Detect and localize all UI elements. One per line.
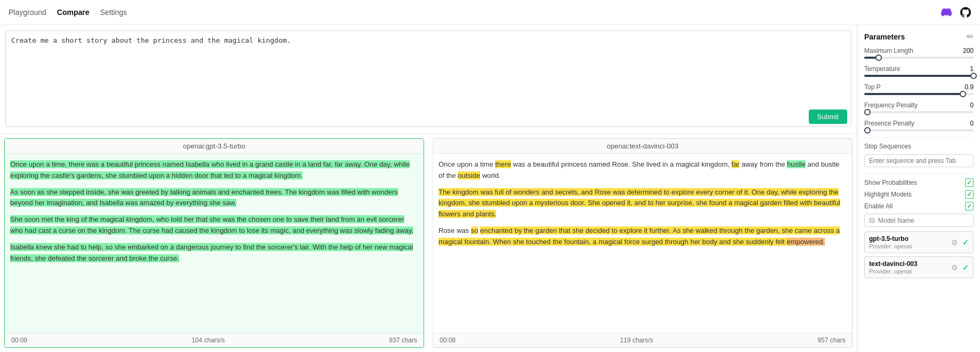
text-span: As soon as she stepped inside, she was g… [10, 188, 398, 207]
checkmark-icon: ✓ [967, 191, 972, 198]
panel-right-chars: 957 chars [817, 337, 846, 344]
top-p-slider[interactable] [864, 93, 974, 95]
max-length-thumb[interactable] [875, 54, 882, 61]
submit-button[interactable]: Submit [809, 109, 847, 124]
model-item-davinci: text-davinci-003 Provider: openai ⚙ ✓ [864, 256, 974, 278]
para-right-3: Rose was so enchanted by the garden that… [439, 225, 847, 248]
top-p-thumb[interactable] [960, 91, 966, 97]
text-span: Once upon a time, there was a beautiful … [10, 160, 410, 179]
compare-panel-left: openai:gpt-3.5-turbo Once upon a time, t… [4, 138, 424, 348]
para-left-1: Once upon a time, there was a beautiful … [10, 159, 418, 182]
toggle-show-prob-checkbox[interactable]: ✓ [965, 178, 974, 187]
model-name-gpt35: gpt-3.5-turbo [869, 235, 912, 243]
compare-panels: openai:gpt-3.5-turbo Once upon a time, t… [0, 134, 857, 352]
main-layout: Create me a short story about the prince… [0, 25, 980, 352]
discord-icon[interactable] [941, 6, 952, 18]
toggle-enable-all-checkbox[interactable]: ✓ [965, 202, 974, 210]
panel-right-time: 00:08 [440, 337, 456, 344]
param-max-length-label-row: Maximum Length 200 [864, 47, 974, 54]
filter-icon: ⊟ [869, 216, 875, 224]
param-freq-penalty: Frequency Penalty 0 [864, 101, 974, 113]
sidebar-header: Parameters ✏ [864, 32, 974, 42]
model-check-davinci[interactable]: ✓ [962, 263, 969, 272]
top-nav: Playground Compare Settings [0, 0, 980, 25]
stop-sequences-section: Stop Sequences [864, 143, 974, 167]
hl-span: enchanted by the garden that she decided… [439, 226, 840, 246]
text-span: She soon met the king of the magical kin… [10, 215, 413, 234]
param-max-length-label: Maximum Length [864, 47, 913, 54]
hl-span: outside [458, 171, 480, 179]
nav-compare[interactable]: Compare [57, 8, 90, 17]
param-max-length: Maximum Length 200 [864, 47, 974, 59]
panel-right-content: Once upon a time there was a beautiful p… [433, 154, 852, 333]
toggle-enable-all-label: Enable All [864, 202, 893, 210]
panel-left-footer: 00:09 104 chars/s 937 chars [5, 333, 424, 347]
presence-penalty-slider[interactable] [864, 129, 974, 131]
freq-penalty-slider[interactable] [864, 111, 974, 113]
stop-sequences-input[interactable] [864, 154, 974, 167]
hl-span: hustle [787, 160, 806, 168]
toggle-show-prob-label: Show Probabilities [864, 179, 917, 186]
hl-span: The kingdom was full of wonders and secr… [439, 188, 840, 218]
hl-span: far [731, 160, 739, 168]
presence-penalty-thumb[interactable] [864, 127, 871, 134]
param-temperature: Temperature 1 [864, 65, 974, 77]
param-temperature-value: 1 [970, 65, 974, 73]
toggle-enable-all: Enable All ✓ [864, 202, 974, 210]
model-info-davinci: text-davinci-003 Provider: openai [869, 260, 918, 275]
freq-penalty-thumb[interactable] [864, 109, 871, 115]
panel-right-cps: 119 chars/s [620, 337, 653, 344]
param-freq-penalty-label-row: Frequency Penalty 0 [864, 101, 974, 109]
param-presence-penalty-label-row: Presence Penalty 0 [864, 120, 974, 127]
para-left-3: She soon met the king of the magical kin… [10, 214, 418, 237]
model-provider-gpt35: Provider: openai [869, 243, 912, 249]
model-settings-icon-davinci[interactable]: ⚙ [951, 263, 958, 272]
top-p-fill [864, 93, 963, 95]
nav-settings[interactable]: Settings [100, 8, 128, 17]
prompt-area: Create me a short story about the prince… [0, 25, 857, 134]
prompt-input[interactable]: Create me a short story about the prince… [5, 30, 851, 127]
param-top-p-label-row: Top P 0.9 [864, 83, 974, 91]
checkmark-icon: ✓ [967, 202, 972, 210]
param-presence-penalty: Presence Penalty 0 [864, 120, 974, 131]
toggle-show-probabilities: Show Probabilities ✓ [864, 178, 974, 187]
chart-icon: ✏ [967, 32, 974, 42]
panel-left-cps: 104 chars/s [192, 337, 225, 344]
param-temperature-label: Temperature [864, 65, 900, 73]
temperature-slider[interactable] [864, 75, 974, 77]
sidebar-title: Parameters [864, 33, 905, 41]
panel-left-time: 00:09 [11, 337, 27, 344]
model-actions-davinci: ⚙ ✓ [951, 263, 969, 272]
model-provider-davinci: Provider: openai [869, 268, 918, 275]
param-temperature-label-row: Temperature 1 [864, 65, 974, 73]
model-info-gpt35: gpt-3.5-turbo Provider: openai [869, 235, 912, 249]
nav-playground[interactable]: Playground [9, 8, 46, 17]
param-freq-penalty-value: 0 [970, 101, 974, 109]
param-freq-penalty-label: Frequency Penalty [864, 101, 918, 109]
left-panel: Create me a short story about the prince… [0, 25, 857, 352]
hl-span: there [495, 160, 511, 168]
para-right-2: The kingdom was full of wonders and secr… [439, 187, 847, 220]
temperature-thumb[interactable] [970, 73, 977, 79]
github-icon[interactable] [960, 6, 971, 18]
panel-right-footer: 00:08 119 chars/s 957 chars [433, 333, 852, 347]
toggle-highlight-checkbox[interactable]: ✓ [965, 190, 974, 199]
toggle-highlight-label: Highlight Models [864, 191, 912, 198]
para-right-1: Once upon a time there was a beautiful p… [439, 159, 847, 182]
model-check-gpt35[interactable]: ✓ [962, 238, 969, 247]
param-top-p: Top P 0.9 [864, 83, 974, 95]
text-span: Isabella knew she had to help, so she em… [10, 243, 413, 262]
model-search-input[interactable] [878, 217, 969, 224]
max-length-slider[interactable] [864, 57, 974, 59]
model-search: ⊟ [864, 214, 974, 227]
para-left-4: Isabella knew she had to help, so she em… [10, 242, 418, 264]
model-settings-icon-gpt35[interactable]: ⚙ [951, 238, 958, 247]
toggle-highlight-models: Highlight Models ✓ [864, 190, 974, 199]
model-actions-gpt35: ⚙ ✓ [951, 238, 969, 247]
param-max-length-value: 200 [963, 47, 974, 54]
panel-right-header: openai:text-davinci-003 [433, 139, 852, 154]
param-top-p-label: Top P [864, 83, 881, 91]
panel-left-chars: 937 chars [389, 337, 417, 344]
model-name-davinci: text-davinci-003 [869, 260, 918, 268]
divider-1 [864, 138, 974, 138]
